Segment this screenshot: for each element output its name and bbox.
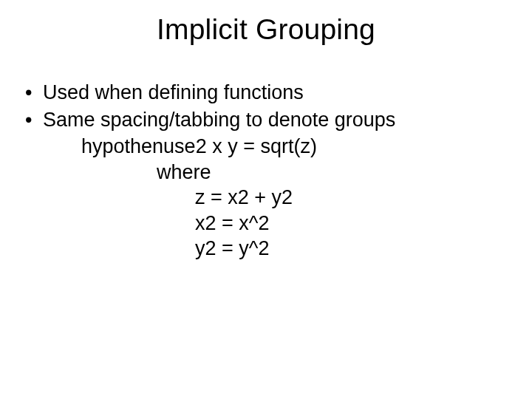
bullet-list: Used when defining functions Same spacin… bbox=[25, 80, 507, 132]
code-line: hypothenuse2 x y = sqrt(z) bbox=[25, 134, 507, 160]
slide-title: Implicit Grouping bbox=[25, 13, 507, 46]
code-block: hypothenuse2 x y = sqrt(z) where z = x2 … bbox=[25, 134, 507, 262]
code-line: where bbox=[25, 160, 507, 185]
bullet-item: Same spacing/tabbing to denote groups bbox=[25, 107, 507, 133]
slide-body: Used when defining functions Same spacin… bbox=[25, 80, 507, 262]
code-line: z = x2 + y2 bbox=[25, 185, 507, 211]
bullet-item: Used when defining functions bbox=[25, 80, 507, 106]
code-line: x2 = x^2 bbox=[25, 211, 507, 236]
slide: Implicit Grouping Used when defining fun… bbox=[0, 0, 532, 399]
code-line: y2 = y^2 bbox=[25, 236, 507, 262]
